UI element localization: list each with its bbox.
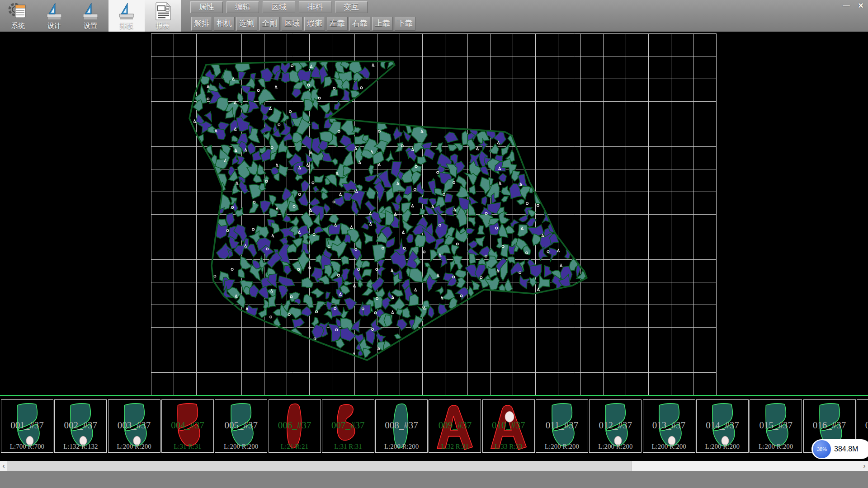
menu-button-5[interactable]: 交互 (335, 1, 368, 13)
piece-lr-count: L:200 R:200 (643, 443, 695, 450)
piece-id-label: 012_#37 (590, 420, 641, 431)
piece-thumbnail[interactable]: 006_#37L:21 R:21 (269, 399, 321, 453)
piece-id-label: 005_#37 (215, 420, 267, 431)
piece-lr-count: L:132 R:132 (55, 443, 106, 450)
piece-id-label: 009_#37 (429, 420, 481, 431)
piece-lr-count: L:200 R:200 (376, 443, 427, 450)
piece-lr-count: L:200 R:200 (536, 443, 588, 450)
piece-lr-count: L:33 R:33 (483, 443, 534, 450)
piece-lr-count: L:200 R:200 (215, 443, 267, 450)
piece-thumbnail[interactable]: 015_#37L:200 R:200 (750, 399, 802, 453)
close-button[interactable]: ✕ (854, 1, 867, 10)
window-bottom-edge (0, 471, 868, 488)
piece-thumbnail[interactable]: 010_#37L:33 R:33 (482, 399, 535, 453)
app-tab-3[interactable]: 设置 (72, 0, 108, 32)
piece-lr-count: L:32 R:31 (429, 443, 481, 450)
piece-thumbnail[interactable]: 014_#37L:200 R:200 (696, 399, 749, 453)
nesting-canvas[interactable] (0, 32, 868, 395)
piece-id-label: 0 (857, 420, 868, 431)
memory-badge: 38% 384.8M (811, 439, 868, 459)
memory-size-label: 384.8M (834, 439, 858, 459)
piece-id-label: 013_#37 (643, 420, 695, 431)
piece-lr-count: L:200 R:200 (750, 443, 802, 450)
piece-id-label: 008_#37 (376, 420, 427, 431)
app-tab-4[interactable]: 排版 (108, 0, 145, 32)
app-tab-2[interactable]: 设计 (36, 0, 72, 32)
piece-lr-count: L:31 R:31 (162, 443, 213, 450)
piece-thumbnail[interactable]: 012_#37L:200 R:200 (589, 399, 642, 453)
app-tab-label: 报表 (145, 22, 181, 30)
piece-thumbnail[interactable]: 008_#37L:200 R:200 (375, 399, 428, 453)
tool-button-7[interactable]: 左靠 (327, 17, 348, 31)
menu-button-4[interactable]: 排料 (299, 1, 331, 13)
report-icon (153, 1, 173, 21)
app-tab-label: 设置 (72, 22, 108, 30)
tool-button-6[interactable]: 瑕疵 (304, 17, 325, 31)
piece-thumbnail[interactable]: 004_#37L:31 R:31 (161, 399, 214, 453)
tool-button-5[interactable]: 区域 (282, 17, 302, 31)
piece-lr-count: L:31 R:31 (322, 443, 374, 450)
app-tab-5[interactable]: 报表 (145, 0, 181, 32)
menu-button-2[interactable]: 编辑 (226, 1, 259, 13)
minimize-button[interactable]: — (840, 1, 853, 10)
piece-thumbnail[interactable]: 009_#37L:32 R:31 (429, 399, 481, 453)
tool-button-8[interactable]: 右靠 (349, 17, 370, 31)
layout-icon (117, 1, 137, 21)
piece-lr-count: L:200 R:200 (108, 443, 160, 450)
piece-lr-count: L:200 R:200 (697, 443, 748, 450)
app-tab-label: 系统 (0, 22, 36, 30)
memory-percent-indicator: 38% (813, 440, 831, 458)
piece-lr-count: L:21 R:21 (269, 443, 321, 450)
tool-button-3[interactable]: 选割 (236, 17, 257, 31)
piece-id-label: 002_#37 (55, 420, 106, 431)
scrollbar-thumb[interactable] (7, 461, 632, 471)
piece-id-label: 011_#37 (536, 420, 588, 431)
piece-id-label: 010_#37 (483, 420, 534, 431)
menu-button-3[interactable]: 区域 (263, 1, 295, 13)
piece-id-label: 015_#37 (750, 420, 802, 431)
piece-thumbnail[interactable]: 001_#37L:700 R:700 (1, 399, 53, 453)
tool-button-10[interactable]: 下靠 (395, 17, 415, 31)
piece-id-label: 006_#37 (269, 420, 321, 431)
piece-id-label: 016_#37 (804, 420, 855, 431)
scroll-left-icon[interactable]: ‹ (0, 461, 7, 471)
tool-button-1[interactable]: 聚排 (191, 17, 212, 31)
app-tab-1[interactable]: 系统 (0, 0, 36, 32)
piece-thumbnail-strip: 001_#37L:700 R:700002_#37L:132 R:132003_… (0, 396, 868, 461)
piece-id-label: 004_#37 (162, 420, 213, 431)
piece-thumbnail[interactable]: 011_#37L:200 R:200 (536, 399, 588, 453)
piece-id-label: 007_#37 (322, 420, 374, 431)
design-icon (44, 1, 64, 21)
tool-button-9[interactable]: 上靠 (372, 17, 393, 31)
horizontal-scrollbar[interactable]: ‹ › (0, 461, 868, 471)
piece-lr-count: L:700 R:700 (1, 443, 53, 450)
menu-button-1[interactable]: 属性 (190, 1, 223, 13)
app-tab-label: 设计 (36, 22, 72, 30)
piece-thumbnail[interactable]: 013_#37L:200 R:200 (643, 399, 695, 453)
piece-thumbnail[interactable]: 002_#37L:132 R:132 (54, 399, 107, 453)
system-icon (8, 1, 28, 21)
tool-button-4[interactable]: 全割 (259, 17, 280, 31)
piece-id-label: 003_#37 (108, 420, 160, 431)
top-toolbar: 系统设计设置排版报表 属性编辑区域排料交互 聚排相机选割全割区域瑕疵左靠右靠上靠… (0, 0, 868, 32)
piece-thumbnail[interactable]: 007_#37L:31 R:31 (322, 399, 374, 453)
settings-icon (80, 1, 100, 21)
piece-id-label: 014_#37 (697, 420, 748, 431)
piece-lr-count: L:200 R:200 (590, 443, 641, 450)
app-tab-label: 排版 (108, 22, 145, 30)
piece-id-label: 001_#37 (1, 420, 53, 431)
piece-thumbnail[interactable]: 005_#37L:200 R:200 (215, 399, 267, 453)
piece-thumbnail[interactable]: 003_#37L:200 R:200 (108, 399, 160, 453)
scroll-right-icon[interactable]: › (861, 461, 868, 471)
tool-button-2[interactable]: 相机 (214, 17, 235, 31)
